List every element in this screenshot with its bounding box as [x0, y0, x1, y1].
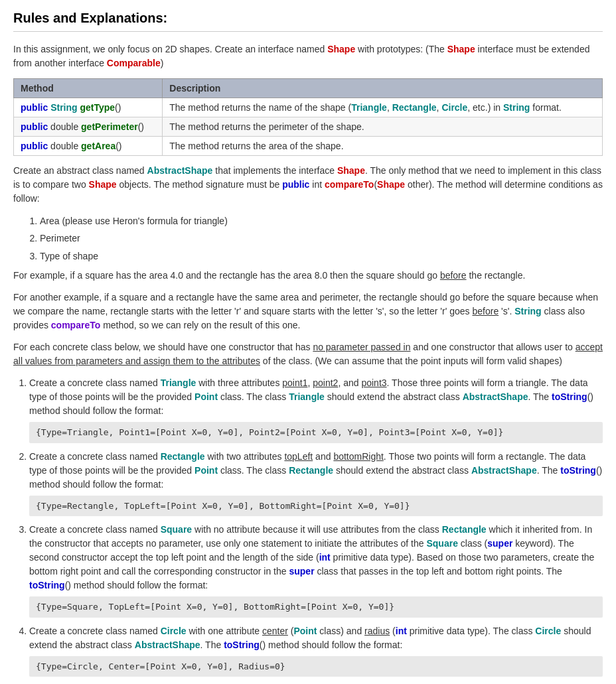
class-item-square: Create a concrete class named Square wit…: [29, 523, 603, 618]
table-cell-method-2: public double getPerimeter(): [14, 117, 163, 137]
method-name-1: getType: [80, 102, 115, 113]
point-class-ref-2: Point: [194, 465, 218, 476]
abstract-paragraph: Create an abstract class named AbstractS…: [13, 164, 603, 206]
method-name-3: getArea: [81, 141, 116, 151]
classes-list: Create a concrete class named Triangle w…: [29, 376, 603, 677]
point1-attr: point1: [282, 377, 307, 388]
radius-attr: radius: [364, 626, 390, 636]
circle-ref: Circle: [441, 102, 467, 113]
circle-class-ref-2: Circle: [535, 626, 561, 636]
before-underline-1: before: [440, 270, 467, 281]
table-header-method: Method: [14, 79, 163, 98]
public-keyword: public: [21, 102, 48, 113]
class-item-circle: Create a concrete class named Circle wit…: [29, 624, 603, 677]
double-type-2: double: [48, 121, 81, 132]
rectangle-code-block: {Type=Rectangle, TopLeft=[Point X=0, Y=0…: [29, 496, 603, 517]
table-row: public double getArea() The method retur…: [14, 137, 603, 156]
shape-ref-1: Shape: [337, 165, 365, 176]
condition-3: Type of shape: [40, 249, 603, 263]
table-cell-desc-2: The method returns the perimeter of the …: [163, 117, 603, 137]
no-param-underline: no parameter passed in: [313, 342, 410, 352]
point2-attr: point2: [313, 377, 338, 388]
triangle-class-ref: Triangle: [161, 377, 196, 388]
method-parens-3: (): [116, 141, 121, 151]
rectangle-ref: Rectangle: [392, 102, 437, 113]
shape-ref-2: Shape: [89, 179, 117, 190]
table-header-description: Description: [163, 79, 603, 98]
string-ref: String: [503, 102, 530, 113]
point-class-ref-3: Point: [293, 626, 317, 636]
table-row: public String getType() The method retur…: [14, 98, 603, 117]
shape-param: Shape: [377, 179, 405, 190]
tostring-ref-1: toString: [552, 391, 587, 402]
rectangle-class-ref-2: Rectangle: [289, 465, 333, 476]
constructor-paragraph: For each concrete class below, we should…: [13, 340, 603, 368]
bottomright-attr: bottomRight: [333, 451, 383, 462]
tostring-ref-2: toString: [560, 465, 596, 476]
rectangle-class-ref-3: Rectangle: [442, 524, 487, 535]
compareto-ref: compareTo: [51, 320, 100, 330]
super-kw-2: super: [289, 566, 314, 577]
circle-class-ref-1: Circle: [161, 626, 187, 636]
accept-all-underline: accept all values from parameters and as…: [13, 342, 603, 366]
intro-text1: In this assignment, we only focus on 2D …: [13, 44, 327, 54]
public-kw-abstract: public: [282, 179, 309, 190]
page-title: Rules and Explanations:: [13, 11, 603, 32]
table-cell-desc-1: The method returns the name of the shape…: [163, 98, 603, 117]
intro-text4: ): [161, 58, 164, 68]
public-keyword-3: public: [21, 141, 48, 151]
public-keyword-2: public: [21, 121, 48, 132]
condition-2: Perimeter: [40, 231, 603, 245]
class-item-triangle: Create a concrete class named Triangle w…: [29, 376, 603, 443]
shape-keyword-1: Shape: [327, 44, 355, 54]
class-item-rectangle: Create a concrete class named Rectangle …: [29, 450, 603, 517]
example1-paragraph: For example, if a square has the area 4.…: [13, 269, 603, 283]
triangle-code-block: {Type=Triangle, Point1=[Point X=0, Y=0],…: [29, 422, 603, 443]
table-cell-method-1: public String getType(): [14, 98, 163, 117]
shape-keyword-2: Shape: [447, 44, 475, 54]
before-underline-2: before: [472, 306, 499, 316]
super-kw-1: super: [487, 538, 512, 549]
example2-paragraph: For another example, if a square and a r…: [13, 291, 603, 332]
intro-paragraph: In this assignment, we only focus on 2D …: [13, 42, 603, 70]
circle-code-block: {Type=Circle, Center=[Point X=0, Y=0], R…: [29, 656, 603, 677]
tostring-ref-3: toString: [29, 580, 65, 590]
table-row: public double getPerimeter() The method …: [14, 117, 603, 137]
string-ref-2: String: [514, 306, 541, 316]
square-class-ref-1: Square: [161, 524, 192, 535]
method-parens-2: (): [138, 121, 144, 132]
abstractshape-ref-1: AbstractShape: [147, 165, 213, 176]
topleft-attr: topLeft: [284, 451, 313, 462]
compareto-method: compareTo: [325, 179, 374, 190]
center-attr: center: [262, 626, 288, 636]
intro-text2: with prototypes: (The: [355, 44, 447, 54]
table-cell-desc-3: The method returns the area of the shape…: [163, 137, 603, 156]
square-class-ref-2: Square: [426, 538, 457, 549]
point3-attr: point3: [361, 377, 386, 388]
method-parens-1: (): [115, 102, 121, 113]
rectangle-class-ref: Rectangle: [161, 451, 205, 462]
comparable-keyword: Comparable: [107, 58, 161, 68]
method-name-2: getPerimeter: [81, 121, 138, 132]
tostring-ref-4: toString: [224, 640, 260, 650]
table-cell-method-3: public double getArea(): [14, 137, 163, 156]
abstractshape-ref-4: AbstractShape: [135, 640, 200, 650]
conditions-list: Area (please use Heron's formula for tri…: [40, 214, 603, 263]
string-type: String: [50, 102, 77, 113]
square-code-block: {Type=Square, TopLeft=[Point X=0, Y=0], …: [29, 596, 603, 618]
int-kw-2: int: [396, 626, 407, 636]
point-class-ref-1: Point: [194, 391, 218, 402]
int-kw-1: int: [319, 552, 331, 563]
triangle-ref: Triangle: [351, 102, 387, 113]
methods-table: Method Description public String getType…: [13, 78, 603, 156]
double-type-3: double: [48, 141, 81, 151]
triangle-class-ref-2: Triangle: [289, 391, 325, 402]
abstractshape-ref-3: AbstractShape: [471, 465, 537, 476]
abstractshape-ref-2: AbstractShape: [463, 391, 528, 402]
condition-1: Area (please use Heron's formula for tri…: [40, 214, 603, 228]
